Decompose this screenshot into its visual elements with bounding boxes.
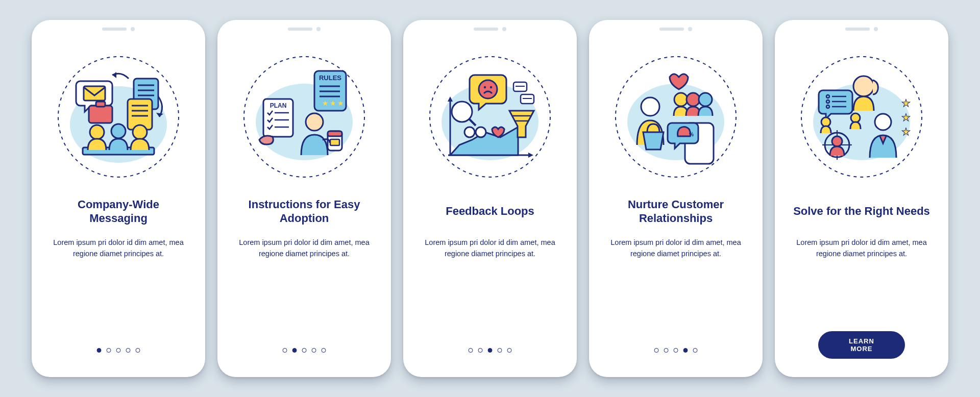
svg-point-60 (687, 93, 700, 106)
screen-title: Feedback Loops (443, 196, 537, 226)
screen-body: Lorem ipsum pri dolor id dim amet, mea r… (232, 237, 377, 260)
svg-point-46 (479, 80, 497, 98)
instructions-illustration: RULES ★ ★ ★ PLAN (238, 51, 371, 183)
svg-point-61 (699, 93, 712, 106)
phone-notch (659, 27, 692, 31)
dot-4[interactable] (498, 348, 502, 353)
screen-title: Solve for the Right Needs (790, 196, 933, 226)
svg-marker-43 (528, 153, 533, 158)
onboarding-screen-5: ★ ★ ★ Solve for the Right Needs Lorem ip… (775, 20, 948, 377)
phone-notch (845, 27, 878, 31)
svg-point-17 (111, 124, 126, 138)
onboarding-screen-3: Feedback Loops Lorem ipsum pri dolor id … (403, 20, 577, 377)
learn-more-button[interactable]: LEARN MORE (818, 331, 905, 359)
dot-1[interactable] (97, 348, 102, 353)
dot-3[interactable] (116, 348, 121, 353)
dot-1[interactable] (654, 348, 659, 353)
dot-2[interactable] (292, 348, 297, 353)
dot-4[interactable] (312, 348, 316, 353)
svg-point-67 (853, 76, 874, 96)
dot-4[interactable] (683, 348, 688, 353)
svg-text:★: ★ (337, 99, 344, 107)
dot-2[interactable] (478, 348, 483, 353)
screen-title: Nurture Customer Relationships (603, 196, 748, 226)
screen-title: Instructions for Easy Adoption (232, 196, 377, 226)
svg-marker-10 (112, 72, 116, 78)
svg-text:★: ★ (901, 126, 911, 137)
screen-title: Company-Wide Messaging (46, 196, 191, 226)
svg-text:%: % (689, 132, 694, 137)
screen-body: Lorem ipsum pri dolor id dim amet, mea r… (46, 237, 191, 260)
svg-point-34 (306, 113, 323, 131)
svg-text:★: ★ (901, 97, 911, 109)
svg-point-56 (476, 127, 486, 137)
feedback-loops-illustration (424, 51, 556, 183)
svg-text:★: ★ (322, 99, 329, 107)
dot-4[interactable] (126, 348, 131, 353)
dot-5[interactable] (322, 348, 326, 353)
dot-3[interactable] (488, 348, 493, 353)
company-messaging-illustration (52, 51, 185, 183)
svg-rect-12 (84, 86, 105, 101)
svg-point-18 (133, 125, 147, 139)
svg-rect-36 (328, 131, 342, 136)
dot-5[interactable] (693, 348, 698, 353)
page-indicator[interactable] (97, 348, 140, 353)
svg-text:★: ★ (901, 112, 911, 123)
svg-point-48 (490, 86, 492, 88)
screen-body: Lorem ipsum pri dolor id dim amet, mea r… (418, 237, 562, 260)
dot-3[interactable] (302, 348, 307, 353)
dot-2[interactable] (664, 348, 669, 353)
svg-point-55 (464, 127, 475, 137)
dot-2[interactable] (107, 348, 111, 353)
svg-point-47 (484, 86, 486, 88)
screen-body: Lorem ipsum pri dolor id dim amet, mea r… (603, 237, 748, 260)
svg-point-16 (90, 125, 104, 139)
svg-text:RULES: RULES (319, 74, 341, 82)
svg-rect-37 (330, 139, 339, 145)
svg-point-74 (821, 117, 830, 127)
right-needs-illustration: ★ ★ ★ (795, 51, 928, 183)
dot-5[interactable] (507, 348, 512, 353)
nurture-relationships-illustration: % (609, 51, 742, 183)
phone-notch (102, 27, 135, 31)
onboarding-screen-1: Company-Wide Messaging Lorem ipsum pri d… (32, 20, 205, 377)
page-indicator[interactable] (654, 348, 698, 353)
svg-point-79 (832, 136, 842, 146)
dot-1[interactable] (283, 348, 287, 353)
svg-point-62 (641, 97, 659, 116)
svg-point-80 (875, 114, 891, 130)
page-indicator[interactable] (469, 348, 512, 353)
svg-point-75 (851, 113, 860, 122)
svg-text:★: ★ (330, 99, 336, 107)
phone-notch (288, 27, 321, 31)
svg-text:PLAN: PLAN (270, 102, 287, 109)
svg-point-59 (674, 93, 688, 106)
onboarding-screen-4: % Nurture Customer Relationships Lorem i… (589, 20, 763, 377)
phone-notch (474, 27, 506, 31)
onboarding-screen-2: RULES ★ ★ ★ PLAN Instructions for (217, 20, 391, 377)
dot-5[interactable] (136, 348, 140, 353)
dot-3[interactable] (674, 348, 678, 353)
dot-1[interactable] (469, 348, 473, 353)
page-indicator[interactable] (283, 348, 326, 353)
screen-body: Lorem ipsum pri dolor id dim amet, mea r… (789, 237, 934, 260)
svg-rect-14 (96, 102, 105, 107)
svg-rect-13 (89, 106, 112, 123)
